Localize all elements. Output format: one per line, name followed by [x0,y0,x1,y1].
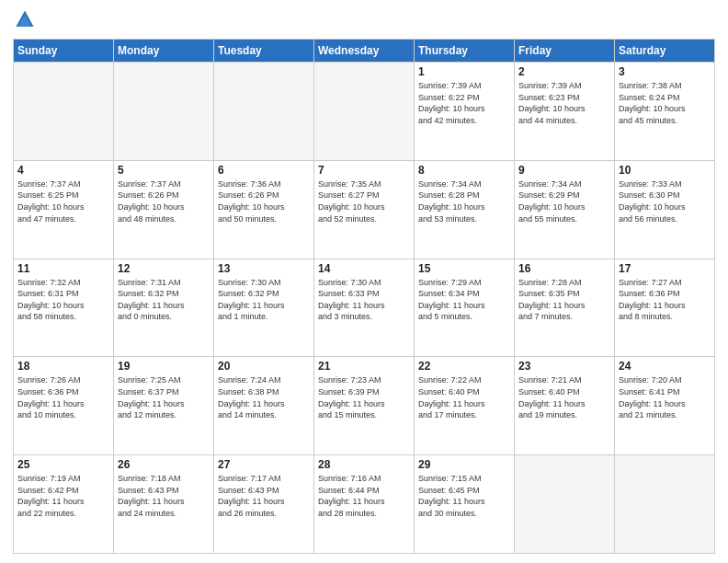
calendar-week-row: 25Sunrise: 7:19 AM Sunset: 6:42 PM Dayli… [14,455,715,554]
calendar-cell: 10Sunrise: 7:33 AM Sunset: 6:30 PM Dayli… [615,160,715,259]
day-info: Sunrise: 7:35 AM Sunset: 6:27 PM Dayligh… [318,178,410,224]
day-info: Sunrise: 7:29 AM Sunset: 6:34 PM Dayligh… [418,277,510,323]
day-info: Sunrise: 7:37 AM Sunset: 6:26 PM Dayligh… [118,178,210,224]
calendar-cell [314,63,415,161]
day-number: 2 [518,65,610,78]
day-number: 29 [418,458,510,471]
day-info: Sunrise: 7:30 AM Sunset: 6:32 PM Dayligh… [218,277,310,323]
day-number: 25 [17,458,109,471]
calendar-cell: 13Sunrise: 7:30 AM Sunset: 6:32 PM Dayli… [214,259,314,357]
day-info: Sunrise: 7:19 AM Sunset: 6:42 PM Dayligh… [17,473,109,519]
day-number: 6 [218,164,310,177]
calendar-cell: 9Sunrise: 7:34 AM Sunset: 6:29 PM Daylig… [515,160,615,259]
calendar-cell [214,63,314,161]
day-number: 22 [418,360,510,373]
calendar-cell: 2Sunrise: 7:39 AM Sunset: 6:23 PM Daylig… [515,63,615,161]
calendar-week-row: 4Sunrise: 7:37 AM Sunset: 6:25 PM Daylig… [14,160,715,259]
calendar-cell: 23Sunrise: 7:21 AM Sunset: 6:40 PM Dayli… [515,357,615,455]
calendar-cell: 7Sunrise: 7:35 AM Sunset: 6:27 PM Daylig… [314,160,415,259]
calendar-week-row: 1Sunrise: 7:39 AM Sunset: 6:22 PM Daylig… [14,63,715,161]
day-number: 5 [118,164,210,177]
day-info: Sunrise: 7:23 AM Sunset: 6:39 PM Dayligh… [318,374,410,420]
day-number: 9 [518,164,610,177]
day-number: 27 [218,458,310,471]
calendar-cell: 16Sunrise: 7:28 AM Sunset: 6:35 PM Dayli… [515,259,615,357]
calendar-cell: 1Sunrise: 7:39 AM Sunset: 6:22 PM Daylig… [415,63,515,161]
day-info: Sunrise: 7:22 AM Sunset: 6:40 PM Dayligh… [418,374,510,420]
day-number: 14 [318,262,410,275]
day-number: 23 [518,360,610,373]
day-info: Sunrise: 7:18 AM Sunset: 6:43 PM Dayligh… [118,473,210,519]
day-number: 1 [418,65,510,78]
day-info: Sunrise: 7:39 AM Sunset: 6:23 PM Dayligh… [518,80,610,126]
day-number: 16 [518,262,610,275]
calendar-cell [114,63,214,161]
day-info: Sunrise: 7:37 AM Sunset: 6:25 PM Dayligh… [17,178,109,224]
day-info: Sunrise: 7:15 AM Sunset: 6:45 PM Dayligh… [418,473,510,519]
calendar-cell: 29Sunrise: 7:15 AM Sunset: 6:45 PM Dayli… [415,455,515,554]
day-number: 26 [118,458,210,471]
day-info: Sunrise: 7:17 AM Sunset: 6:43 PM Dayligh… [218,473,310,519]
calendar-cell: 5Sunrise: 7:37 AM Sunset: 6:26 PM Daylig… [114,160,214,259]
calendar-cell: 17Sunrise: 7:27 AM Sunset: 6:36 PM Dayli… [615,259,715,357]
calendar-cell: 27Sunrise: 7:17 AM Sunset: 6:43 PM Dayli… [214,455,314,554]
day-number: 12 [118,262,210,275]
day-number: 13 [218,262,310,275]
logo-icon [15,9,35,29]
day-number: 4 [17,164,109,177]
calendar-week-row: 18Sunrise: 7:26 AM Sunset: 6:36 PM Dayli… [14,357,715,455]
calendar-cell: 19Sunrise: 7:25 AM Sunset: 6:37 PM Dayli… [114,357,214,455]
col-header-wednesday: Wednesday [314,40,415,63]
day-info: Sunrise: 7:24 AM Sunset: 6:38 PM Dayligh… [218,374,310,420]
day-info: Sunrise: 7:34 AM Sunset: 6:29 PM Dayligh… [518,178,610,224]
calendar-cell: 18Sunrise: 7:26 AM Sunset: 6:36 PM Dayli… [14,357,114,455]
calendar-cell: 26Sunrise: 7:18 AM Sunset: 6:43 PM Dayli… [114,455,214,554]
day-info: Sunrise: 7:26 AM Sunset: 6:36 PM Dayligh… [17,374,109,420]
calendar-cell: 4Sunrise: 7:37 AM Sunset: 6:25 PM Daylig… [14,160,114,259]
day-info: Sunrise: 7:28 AM Sunset: 6:35 PM Dayligh… [518,277,610,323]
day-info: Sunrise: 7:32 AM Sunset: 6:31 PM Dayligh… [17,277,109,323]
day-info: Sunrise: 7:36 AM Sunset: 6:26 PM Dayligh… [218,178,310,224]
day-number: 7 [318,164,410,177]
day-number: 28 [318,458,410,471]
col-header-sunday: Sunday [14,40,114,63]
col-header-friday: Friday [515,40,615,63]
calendar-cell: 8Sunrise: 7:34 AM Sunset: 6:28 PM Daylig… [415,160,515,259]
day-number: 21 [318,360,410,373]
calendar-cell: 25Sunrise: 7:19 AM Sunset: 6:42 PM Dayli… [14,455,114,554]
calendar-cell: 22Sunrise: 7:22 AM Sunset: 6:40 PM Dayli… [415,357,515,455]
calendar-cell: 3Sunrise: 7:38 AM Sunset: 6:24 PM Daylig… [615,63,715,161]
calendar-cell [615,455,715,554]
calendar-cell: 12Sunrise: 7:31 AM Sunset: 6:32 PM Dayli… [114,259,214,357]
calendar-header-row: SundayMondayTuesdayWednesdayThursdayFrid… [14,40,715,63]
calendar-cell: 21Sunrise: 7:23 AM Sunset: 6:39 PM Dayli… [314,357,415,455]
day-number: 10 [619,164,711,177]
day-number: 11 [17,262,109,275]
day-number: 8 [418,164,510,177]
day-number: 20 [218,360,310,373]
col-header-saturday: Saturday [615,40,715,63]
calendar: SundayMondayTuesdayWednesdayThursdayFrid… [13,39,715,554]
day-info: Sunrise: 7:30 AM Sunset: 6:33 PM Dayligh… [318,277,410,323]
day-info: Sunrise: 7:31 AM Sunset: 6:32 PM Dayligh… [118,277,210,323]
calendar-cell [515,455,615,554]
day-number: 24 [619,360,711,373]
col-header-tuesday: Tuesday [214,40,314,63]
day-info: Sunrise: 7:34 AM Sunset: 6:28 PM Dayligh… [418,178,510,224]
day-number: 15 [418,262,510,275]
day-info: Sunrise: 7:25 AM Sunset: 6:37 PM Dayligh… [118,374,210,420]
calendar-cell: 24Sunrise: 7:20 AM Sunset: 6:41 PM Dayli… [615,357,715,455]
calendar-cell: 15Sunrise: 7:29 AM Sunset: 6:34 PM Dayli… [415,259,515,357]
header [13,9,715,33]
day-number: 18 [17,360,109,373]
day-info: Sunrise: 7:39 AM Sunset: 6:22 PM Dayligh… [418,80,510,126]
day-info: Sunrise: 7:33 AM Sunset: 6:30 PM Dayligh… [619,178,711,224]
calendar-cell: 28Sunrise: 7:16 AM Sunset: 6:44 PM Dayli… [314,455,415,554]
calendar-cell: 20Sunrise: 7:24 AM Sunset: 6:38 PM Dayli… [214,357,314,455]
calendar-week-row: 11Sunrise: 7:32 AM Sunset: 6:31 PM Dayli… [14,259,715,357]
calendar-cell [14,63,114,161]
day-info: Sunrise: 7:38 AM Sunset: 6:24 PM Dayligh… [619,80,711,126]
calendar-cell: 14Sunrise: 7:30 AM Sunset: 6:33 PM Dayli… [314,259,415,357]
day-info: Sunrise: 7:16 AM Sunset: 6:44 PM Dayligh… [318,473,410,519]
col-header-monday: Monday [114,40,214,63]
